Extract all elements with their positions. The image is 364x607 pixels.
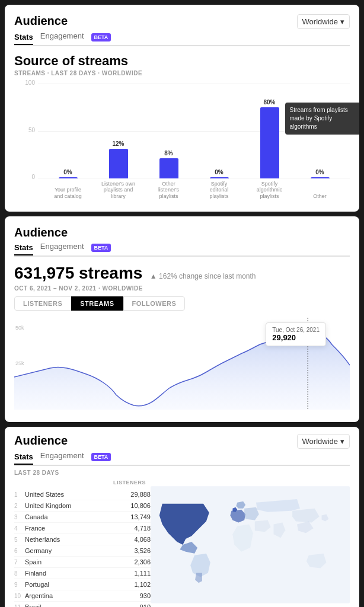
bar-pct-8: 8% — [164, 150, 173, 156]
beta-badge-3: BETA — [91, 453, 111, 461]
bar-8 — [159, 158, 178, 178]
last28-label: LAST 28 DAYS — [14, 469, 350, 476]
streams-date: OCT 6, 2021 – NOV 2, 2021 · WORLDWIDE — [14, 285, 350, 292]
tab-engagement-2[interactable]: Engagement — [40, 242, 84, 253]
bars-area: 0% Your profileand catalog 12% Listener'… — [38, 84, 350, 178]
tab-listeners[interactable]: LISTENERS — [14, 296, 71, 311]
bar-pct-0c: 0% — [315, 169, 324, 175]
panel2-tabs: Stats Engagement BETA — [14, 242, 350, 257]
beta-badge-1: BETA — [91, 33, 111, 41]
country-rank: 9 — [14, 582, 25, 588]
country-row: 3 Canada 13,749 — [14, 512, 151, 523]
country-value: 10,806 — [124, 502, 151, 509]
grid-label-100: 100 — [14, 79, 35, 86]
bar-0c — [311, 177, 330, 178]
bar-pct-0b: 0% — [215, 169, 223, 175]
country-rank: 10 — [14, 593, 25, 599]
country-row: 8 Finland 1,111 — [14, 568, 151, 579]
dropdown-label-3: Worldwide — [302, 437, 338, 446]
svg-text:50k: 50k — [15, 325, 24, 331]
country-rank: 8 — [14, 570, 25, 577]
country-row: 9 Portugal 1,102 — [14, 579, 151, 590]
panel3-tabs: Stats Engagement BETA — [14, 451, 350, 466]
panel2-header: Audience — [14, 226, 350, 239]
country-name: France — [25, 525, 124, 532]
bar-0b — [210, 177, 229, 178]
country-rank: 11 — [14, 604, 25, 608]
country-name: Canada — [25, 513, 124, 520]
country-name: Germany — [25, 547, 124, 554]
panel3-title: Audience — [14, 434, 68, 448]
country-rank: 6 — [14, 548, 25, 554]
country-rank: 3 — [14, 514, 25, 520]
bar-pct-12: 12% — [112, 140, 124, 147]
country-name: United States — [25, 491, 124, 498]
panel3-header: Audience Worldwide ▾ — [14, 434, 350, 449]
country-row: 1 United States 29,888 — [14, 489, 151, 500]
country-rank: 7 — [14, 559, 25, 566]
streams-header: 631,975 streams ▲ 162% change since last… — [14, 264, 350, 283]
country-value: 2,306 — [124, 558, 151, 566]
audience-map-panel: Audience Worldwide ▾ Stats Engagement BE… — [5, 427, 359, 607]
bar-label-0b: Spotifyeditorialplaylists — [199, 181, 240, 200]
source-of-streams-panel: Audience Worldwide ▾ Stats Engagement BE… — [5, 5, 359, 212]
line-chart: 50k 25k Tue, Oct 26, 2021 29,920 — [14, 318, 350, 413]
tab-stats-3[interactable]: Stats — [14, 452, 33, 465]
tab-followers[interactable]: FOLLOWERS — [123, 296, 186, 311]
tab-stats-1[interactable]: Stats — [14, 33, 33, 45]
bar-80: Streams from playlists made by Spotify a… — [260, 107, 279, 178]
country-name: Portugal — [25, 581, 124, 588]
country-name: Finland — [25, 570, 124, 577]
country-value: 3,526 — [124, 547, 151, 554]
country-name: United Kingdom — [25, 502, 124, 509]
map-panel: LISTENERS 1 United States 29,888 2 Unite… — [14, 480, 350, 607]
country-rank: 2 — [14, 503, 25, 509]
tab-engagement-1[interactable]: Engagement — [40, 31, 84, 43]
map-svg-wrapper — [151, 480, 350, 607]
section-title: Source of streams — [14, 53, 350, 69]
country-list-header: LISTENERS — [14, 480, 151, 485]
bar-12 — [109, 149, 128, 178]
world-map-svg — [151, 480, 350, 607]
country-list: LISTENERS 1 United States 29,888 2 Unite… — [14, 480, 151, 607]
svg-text:25k: 25k — [15, 360, 24, 366]
country-row: 7 Spain 2,306 — [14, 557, 151, 568]
panel1-header: Audience Worldwide ▾ — [14, 14, 350, 29]
worldwide-dropdown-1[interactable]: Worldwide ▾ — [297, 14, 350, 29]
country-row: 2 United Kingdom 10,806 — [14, 500, 151, 512]
panel1-tabs: Stats Engagement BETA — [14, 31, 350, 46]
country-name: Netherlands — [25, 536, 124, 543]
panel1-title: Audience — [14, 14, 68, 28]
country-row: 5 Netherlands 4,068 — [14, 534, 151, 545]
country-value: 1,111 — [124, 570, 151, 577]
country-value: 4,068 — [124, 536, 151, 543]
country-row: 4 France 4,718 — [14, 523, 151, 534]
bar-label-80: Spotifyalgorithmicplaylists — [249, 181, 290, 200]
map-area: 1.4k 13k 100k — [151, 480, 350, 607]
bar-group-8: 8% Otherlistener'splaylists — [143, 84, 194, 178]
bar-pct-0: 0% — [63, 169, 72, 175]
country-rank: 4 — [14, 525, 25, 532]
country-value: 910 — [124, 603, 151, 607]
country-rank: 5 — [14, 536, 25, 543]
chevron-down-icon: ▾ — [340, 17, 344, 26]
worldwide-dropdown-3[interactable]: Worldwide ▾ — [297, 434, 350, 449]
dropdown-label-1: Worldwide — [302, 17, 338, 26]
tab-engagement-3[interactable]: Engagement — [40, 451, 84, 462]
bar-group-0: 0% Your profileand catalog — [43, 84, 93, 178]
country-value: 13,749 — [124, 513, 151, 520]
tooltip-date: Tue, Oct 26, 2021 — [272, 327, 320, 333]
country-rank: 1 — [14, 491, 25, 498]
tab-stats-2[interactable]: Stats — [14, 243, 33, 255]
col-header-listeners: LISTENERS — [113, 480, 146, 485]
tab-streams[interactable]: STREAMS — [71, 296, 123, 311]
chevron-down-icon-3: ▾ — [340, 437, 344, 446]
bar-chart: 100 50 0 0% Your profileand catalog 12% … — [14, 84, 350, 202]
bar-group-0b: 0% Spotifyeditorialplaylists — [194, 84, 244, 178]
country-row: 10 Argentina 930 — [14, 590, 151, 602]
bar-label-12: Listener's ownplaylists andlibrary — [98, 181, 139, 200]
country-value: 930 — [124, 592, 151, 599]
bar-0 — [59, 177, 78, 178]
bar-tooltip: Streams from playlists made by Spotify a… — [285, 103, 360, 135]
country-value: 29,888 — [124, 491, 151, 498]
